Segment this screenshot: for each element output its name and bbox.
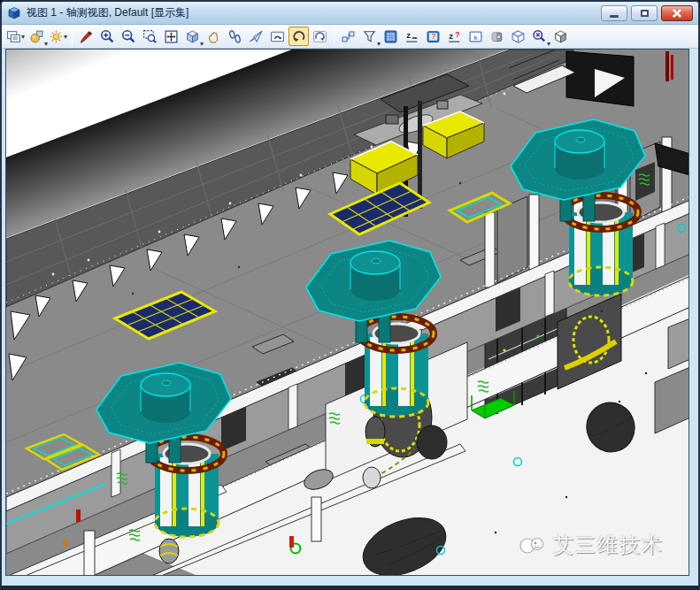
orbit-cube-button[interactable]: ▾	[182, 27, 203, 46]
redo-view-button[interactable]	[310, 27, 330, 46]
window-title: 视图 1 - 轴测视图, Default [显示集]	[27, 5, 188, 20]
z-query-icon	[447, 29, 462, 44]
chevron-down-icon[interactable]: ▾	[64, 33, 67, 41]
turret-center-carousel	[356, 307, 434, 417]
shaded-cube-button[interactable]	[550, 27, 571, 46]
query-window-button[interactable]	[423, 27, 443, 46]
viewport-window[interactable]: 艾三维技术	[5, 49, 689, 576]
zoom-extents-button[interactable]	[161, 27, 181, 46]
z-order-button[interactable]	[402, 27, 422, 46]
fly-through-icon	[249, 29, 264, 44]
zoom-selected-icon	[532, 29, 547, 44]
title-bar[interactable]: 视图 1 - 轴测视图, Default [显示集]	[2, 2, 698, 25]
turret-center-cylinder	[350, 251, 400, 301]
close-button[interactable]	[661, 5, 693, 21]
look-around-icon	[270, 29, 285, 44]
undo-view-button[interactable]	[288, 27, 309, 46]
viewport-3d-scene[interactable]	[6, 50, 689, 576]
link-views-icon	[341, 29, 356, 44]
zoom-in-icon	[100, 29, 115, 44]
turret-left-cylinder	[141, 373, 190, 423]
viewport-layout-icon	[6, 29, 21, 44]
zoom-window-button[interactable]	[140, 27, 160, 46]
render-mode-button[interactable]: ▾	[27, 27, 47, 46]
toolbar-separator	[72, 28, 73, 44]
selection-filter-button[interactable]: ▾	[359, 27, 380, 46]
application-window: 视图 1 - 轴测视图, Default [显示集] ▾▾▾▾▾▾	[0, 0, 700, 590]
wireframe-cube-button[interactable]	[508, 27, 528, 46]
restore-icon	[641, 10, 649, 17]
zoom-window-icon	[142, 29, 158, 44]
redo-view-icon	[312, 29, 327, 44]
pan-hand-icon	[206, 29, 221, 44]
lighting-button[interactable]: ▾	[48, 27, 68, 46]
minimize-button[interactable]	[601, 5, 627, 21]
viewport-layout-button[interactable]: ▾	[5, 27, 26, 46]
fly-through-button[interactable]	[246, 27, 266, 46]
link-views-button[interactable]	[338, 27, 358, 46]
minimize-icon	[610, 15, 619, 18]
wireframe-cube-icon	[511, 29, 526, 44]
mdi-client-area: 艾三维技术	[2, 49, 698, 586]
selection-filter-icon	[362, 29, 377, 44]
walk-through-icon	[227, 29, 242, 44]
look-around-button[interactable]	[267, 27, 288, 46]
toolbar-separator	[334, 28, 335, 44]
undo-view-icon	[291, 29, 306, 44]
zoom-in-button[interactable]	[97, 27, 118, 46]
lighting-icon	[49, 29, 64, 44]
shaded-cube-icon	[553, 29, 568, 44]
query-window-icon	[426, 29, 441, 44]
turret-right-carousel	[560, 186, 638, 295]
capture-image-button[interactable]	[487, 27, 507, 46]
toolbar: ▾▾▾▾▾▾	[2, 25, 698, 49]
capture-image-icon	[489, 29, 504, 44]
app-icon	[7, 6, 21, 20]
orbit-cube-icon	[185, 29, 200, 44]
zoom-out-button[interactable]	[119, 27, 139, 46]
zoom-out-icon	[121, 29, 136, 44]
turret-right-cylinder	[555, 130, 604, 180]
pan-hand-button[interactable]	[204, 27, 224, 46]
z-order-icon	[404, 29, 419, 44]
grid-window-icon	[383, 29, 398, 44]
z-query-button[interactable]	[444, 27, 465, 46]
grid-window-button[interactable]	[381, 27, 401, 46]
keyplan-window-icon	[468, 29, 483, 44]
turret-left-carousel	[146, 427, 224, 537]
zoom-selected-button[interactable]: ▾	[529, 27, 550, 46]
zoom-extents-icon	[164, 29, 179, 44]
chevron-down-icon[interactable]: ▾	[21, 33, 25, 41]
paint-brush-button[interactable]	[76, 27, 96, 46]
render-mode-icon	[29, 29, 44, 44]
walk-through-button[interactable]	[225, 27, 245, 46]
keyplan-window-button[interactable]	[465, 27, 486, 46]
restore-button[interactable]	[631, 5, 658, 21]
paint-brush-icon	[79, 29, 94, 44]
